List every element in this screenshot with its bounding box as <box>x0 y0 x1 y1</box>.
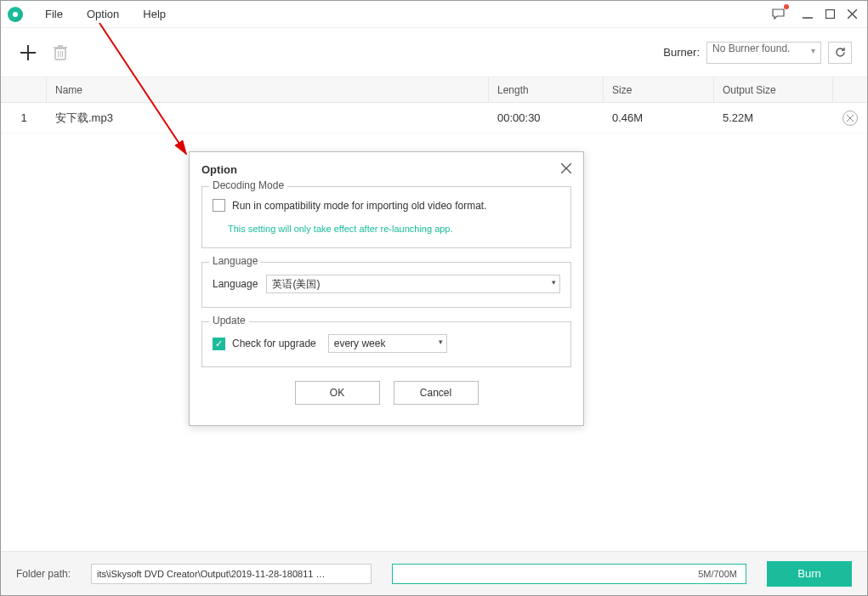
capacity-text: 5M/700M <box>698 569 737 579</box>
ok-button[interactable]: OK <box>295 381 380 405</box>
update-legend: Update <box>209 315 249 326</box>
folder-path-input[interactable]: its\iSkysoft DVD Creator\Output\2019-11-… <box>91 564 372 584</box>
burner-label: Burner: <box>663 46 700 59</box>
dialog-title-text: Option <box>201 163 237 176</box>
menu-option[interactable]: Option <box>75 4 131 24</box>
burn-button[interactable]: Burn <box>767 561 852 587</box>
compatibility-checkbox[interactable] <box>213 199 225 212</box>
folder-path-label: Folder path: <box>16 568 71 580</box>
compatibility-label: Run in compatibility mode for importing … <box>232 200 486 212</box>
burner-select[interactable]: No Burner found. <box>706 42 821 64</box>
language-legend: Language <box>209 255 261 267</box>
col-length[interactable]: Length <box>489 77 604 102</box>
row-index: 1 <box>1 103 47 133</box>
menu-file[interactable]: File <box>33 4 75 24</box>
capacity-indicator: 5M/700M <box>392 564 746 584</box>
refresh-button[interactable] <box>828 42 852 64</box>
check-upgrade-checkbox[interactable]: ✓ <box>213 338 225 350</box>
row-output-size: 5.22M <box>714 103 833 133</box>
row-name: 安下载.mp3 <box>47 103 489 133</box>
col-output-size[interactable]: Output Size <box>714 77 833 102</box>
add-button[interactable] <box>16 41 40 65</box>
row-delete-button[interactable] <box>842 111 858 126</box>
row-delete <box>833 103 867 133</box>
cancel-button[interactable]: Cancel <box>394 381 479 405</box>
feedback-icon[interactable] <box>770 6 787 23</box>
dialog-close-button[interactable] <box>561 162 571 177</box>
window-controls <box>770 6 860 23</box>
decoding-fieldset: Decoding Mode Run in compatibility mode … <box>201 186 571 248</box>
option-dialog: Option Decoding Mode Run in compatibilit… <box>189 151 584 426</box>
decoding-legend: Decoding Mode <box>209 179 287 191</box>
notification-dot-icon <box>784 4 789 9</box>
row-length: 00:00:30 <box>489 103 604 133</box>
col-size[interactable]: Size <box>604 77 714 102</box>
menu-help[interactable]: Help <box>131 4 178 24</box>
toolbar: Burner: No Burner found. <box>1 28 867 77</box>
row-size: 0.46M <box>604 103 714 133</box>
col-actions <box>833 77 867 102</box>
close-button[interactable] <box>843 6 860 23</box>
language-select[interactable]: 英语(美国) <box>266 275 560 293</box>
app-icon <box>8 7 23 22</box>
footer: Folder path: its\iSkysoft DVD Creator\Ou… <box>1 551 867 595</box>
col-name[interactable]: Name <box>47 77 489 102</box>
language-fieldset: Language Language 英语(美国) <box>201 262 571 308</box>
update-interval-select[interactable]: every week <box>328 334 447 353</box>
delete-button[interactable] <box>48 41 72 65</box>
decoding-hint: This setting will only take effect after… <box>228 224 560 234</box>
check-upgrade-label: Check for upgrade <box>232 338 316 349</box>
col-index <box>1 77 47 102</box>
svg-rect-1 <box>825 10 834 19</box>
update-fieldset: Update ✓ Check for upgrade every week <box>201 321 571 367</box>
table-row[interactable]: 1 安下载.mp3 00:00:30 0.46M 5.22M <box>1 103 867 133</box>
maximize-button[interactable] <box>821 6 838 23</box>
minimize-button[interactable] <box>799 6 816 23</box>
table-header: Name Length Size Output Size <box>1 77 867 103</box>
language-label: Language <box>213 278 258 290</box>
menubar: File Option Help <box>1 1 867 28</box>
